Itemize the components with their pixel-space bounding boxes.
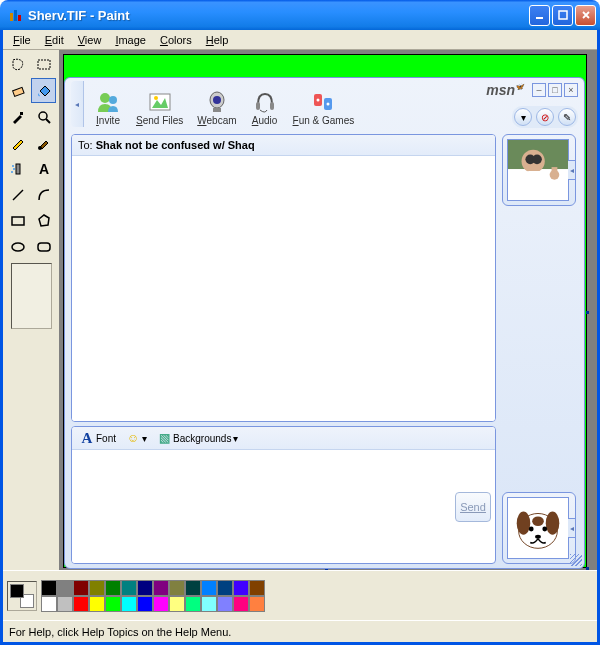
svg-point-39 (532, 155, 542, 165)
color-swatch[interactable] (233, 596, 249, 612)
color-swatch[interactable] (57, 596, 73, 612)
color-swatch[interactable] (57, 580, 73, 596)
tool-fill[interactable] (31, 78, 56, 103)
tool-curve[interactable] (31, 182, 56, 207)
color-swatch[interactable] (41, 596, 57, 612)
color-swatch[interactable] (185, 596, 201, 612)
backgrounds-icon: ▧ (157, 431, 171, 445)
color-swatch[interactable] (185, 580, 201, 596)
svg-point-45 (546, 512, 560, 535)
color-swatch[interactable] (249, 580, 265, 596)
color-swatch[interactable] (217, 580, 233, 596)
msn-logo: msn🦋 (486, 82, 524, 98)
color-swatch[interactable] (73, 596, 89, 612)
svg-point-49 (535, 535, 541, 539)
tool-rectangle[interactable] (5, 208, 30, 233)
color-swatch[interactable] (249, 596, 265, 612)
close-button[interactable] (575, 5, 596, 26)
color-swatch[interactable] (201, 596, 217, 612)
tool-eraser[interactable] (5, 78, 30, 103)
msn-collapse-handle[interactable]: ◂ (71, 81, 84, 127)
tool-free-select[interactable] (5, 52, 30, 77)
msn-send-button[interactable]: Send (455, 492, 491, 522)
color-swatch[interactable] (41, 580, 57, 596)
msn-send-files-button[interactable]: Send Files (130, 87, 189, 128)
resize-handle-mr[interactable] (586, 311, 589, 314)
menu-image[interactable]: Image (109, 32, 152, 48)
menu-view[interactable]: View (72, 32, 108, 48)
msn-block-button[interactable]: ⊘ (536, 108, 554, 126)
color-swatch[interactable] (217, 596, 233, 612)
tool-magnifier[interactable] (31, 104, 56, 129)
menu-file[interactable]: File (7, 32, 37, 48)
tool-rounded-rect[interactable] (31, 234, 56, 259)
msn-minimize-button[interactable]: – (532, 83, 546, 97)
msn-audio-button[interactable]: Audio (245, 87, 285, 128)
msn-resize-grip[interactable] (570, 554, 582, 566)
canvas[interactable]: ◂ InviteSend FilesWebcamAudioFun & Games… (63, 54, 587, 568)
msn-self-avatar-collapse[interactable]: ◂ (568, 518, 576, 538)
tool-airbrush[interactable] (5, 156, 30, 181)
svg-rect-2 (18, 15, 21, 21)
foreground-color (10, 584, 24, 598)
msn-close-button[interactable]: × (564, 83, 578, 97)
msn-webcam-button[interactable]: Webcam (191, 87, 242, 128)
color-swatch[interactable] (169, 580, 185, 596)
svg-rect-28 (256, 102, 260, 110)
svg-rect-4 (559, 11, 567, 19)
msn-message-input[interactable] (72, 450, 451, 563)
tool-options[interactable] (11, 263, 52, 329)
msn-color-button[interactable]: ✎ (558, 108, 576, 126)
canvas-scroll-area[interactable]: ◂ InviteSend FilesWebcamAudioFun & Games… (59, 50, 597, 570)
menu-help[interactable]: Help (200, 32, 235, 48)
msn-maximize-button[interactable]: □ (548, 83, 562, 97)
titlebar: Sherv.TIF - Paint (0, 0, 600, 30)
resize-handle-br[interactable] (586, 567, 589, 570)
msn-contact-avatar[interactable] (507, 139, 569, 201)
menu-edit[interactable]: Edit (39, 32, 70, 48)
color-swatch[interactable] (137, 596, 153, 612)
msn-font-button[interactable]: A Font (78, 430, 118, 446)
color-swatch[interactable] (73, 580, 89, 596)
msn-avatar-collapse[interactable]: ◂ (568, 160, 576, 180)
color-swatch[interactable] (105, 580, 121, 596)
msn-emoticon-button[interactable]: ☺ ▾ (124, 430, 149, 446)
color-swatch[interactable] (137, 580, 153, 596)
svg-point-13 (13, 168, 15, 170)
msn-dropdown-button[interactable]: ▾ (514, 108, 532, 126)
tool-line[interactable] (5, 182, 30, 207)
color-swatch[interactable] (89, 580, 105, 596)
msn-message-area[interactable] (72, 156, 495, 421)
current-colors[interactable] (7, 581, 37, 611)
tool-pencil[interactable] (5, 130, 30, 155)
tool-picker[interactable] (5, 104, 30, 129)
minimize-button[interactable] (529, 5, 550, 26)
msn-invite-button[interactable]: Invite (88, 87, 128, 128)
svg-rect-0 (10, 13, 13, 21)
color-swatch[interactable] (153, 580, 169, 596)
color-swatch[interactable] (105, 596, 121, 612)
color-swatch[interactable] (153, 596, 169, 612)
msn-backgrounds-button[interactable]: ▧ Backgrounds ▾ (155, 430, 240, 446)
color-swatch[interactable] (233, 580, 249, 596)
menu-colors[interactable]: Colors (154, 32, 198, 48)
color-palette-row (3, 570, 597, 620)
svg-point-18 (12, 243, 24, 251)
maximize-button[interactable] (552, 5, 573, 26)
tool-brush[interactable] (31, 130, 56, 155)
tool-text[interactable]: A (31, 156, 56, 181)
msn-contact-avatar-box: ◂ (502, 134, 576, 206)
color-swatch[interactable] (89, 596, 105, 612)
color-swatch[interactable] (169, 596, 185, 612)
tool-polygon[interactable] (31, 208, 56, 233)
color-swatch[interactable] (121, 596, 137, 612)
color-swatch[interactable] (121, 580, 137, 596)
msn-self-avatar[interactable] (507, 497, 569, 559)
menu-bar: File Edit View Image Colors Help (3, 30, 597, 50)
tool-rect-select[interactable] (31, 52, 56, 77)
msn-fun-games-button[interactable]: Fun & Games (287, 87, 361, 128)
tool-ellipse[interactable] (5, 234, 30, 259)
color-swatch[interactable] (201, 580, 217, 596)
svg-point-21 (109, 96, 117, 104)
paint-app-icon (8, 7, 24, 23)
